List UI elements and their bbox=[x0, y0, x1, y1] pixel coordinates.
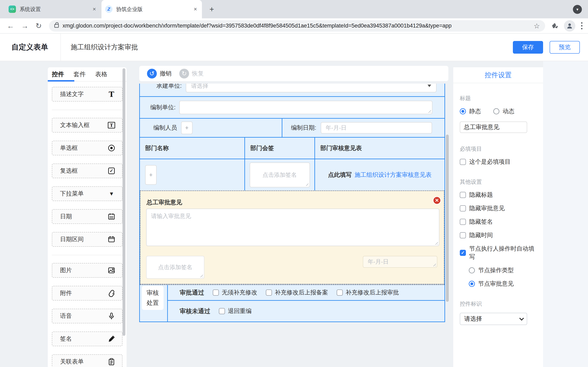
column-header[interactable]: 部门名称 bbox=[140, 138, 244, 159]
undo-button[interactable]: ↺ 撤销 bbox=[147, 69, 172, 78]
palette-item-linked-form[interactable]: 关联表单 bbox=[52, 354, 122, 367]
form-row-compile-unit[interactable]: 编制单位: bbox=[140, 96, 444, 118]
redo-button[interactable]: ↻ 恢复 bbox=[179, 69, 204, 78]
column-header[interactable]: 部门会签 bbox=[244, 138, 314, 159]
toggle-hide-title[interactable]: 隐藏标题 bbox=[460, 191, 537, 199]
approval-date-input[interactable]: 年-月-日 bbox=[363, 256, 437, 268]
component-title-input[interactable] bbox=[460, 122, 527, 133]
radio[interactable] bbox=[469, 267, 475, 273]
palette-item-description-text[interactable]: 描述文字 T bbox=[52, 87, 122, 101]
palette-item-date[interactable]: 日期 bbox=[52, 209, 122, 224]
compile-date-input[interactable]: 年-月-日 bbox=[321, 122, 432, 133]
department-name-cell[interactable]: + bbox=[140, 159, 244, 191]
dynamic-radio[interactable] bbox=[493, 108, 499, 114]
compile-staff-cell[interactable]: 编制人员 + bbox=[140, 119, 282, 137]
close-tab-icon[interactable]: × bbox=[91, 6, 98, 13]
field-id-select[interactable]: 请选择 bbox=[460, 313, 527, 325]
form-row-staff-date: 编制人员 + 编制日期: 年-月-日 bbox=[140, 118, 444, 137]
tab-search-icon[interactable]: ▾ bbox=[573, 5, 582, 14]
tab-tables[interactable]: 表格 bbox=[95, 70, 107, 78]
delete-component-icon[interactable]: ✕ bbox=[433, 196, 441, 205]
url-text[interactable]: xmgl.glodon.com/project-doc/workbench/xf… bbox=[62, 23, 534, 29]
palette-item-checkbox[interactable]: 复选框 ✓ bbox=[52, 164, 122, 178]
settings-header: 控件设置 bbox=[453, 67, 543, 83]
palette-item-radio[interactable]: 单选框 bbox=[52, 141, 122, 155]
checkbox[interactable] bbox=[460, 159, 466, 165]
checkbox[interactable] bbox=[460, 232, 466, 238]
address-bar[interactable]: xmgl.glodon.com/project-doc/workbench/xf… bbox=[49, 20, 545, 32]
form-title: 施工组织设计方案审批 bbox=[71, 43, 513, 52]
approval-comment-textarea[interactable]: 请输入审批意见 bbox=[146, 209, 439, 246]
browser-menu-icon[interactable] bbox=[581, 22, 582, 29]
pen-icon bbox=[107, 334, 116, 343]
compile-date-cell[interactable]: 编制日期: 年-月-日 bbox=[282, 119, 444, 137]
checkbox[interactable] bbox=[460, 219, 466, 225]
page-header: 自定义表单 施工组织设计方案审批 保存 预览 bbox=[0, 34, 588, 61]
add-staff-button[interactable]: + bbox=[181, 122, 192, 134]
close-tab-icon[interactable]: × bbox=[192, 6, 199, 13]
image-icon bbox=[107, 266, 116, 275]
option-return-rewrite[interactable]: 退回重编 bbox=[219, 307, 251, 315]
static-radio[interactable] bbox=[460, 108, 466, 114]
forward-icon[interactable]: → bbox=[21, 22, 29, 30]
node-approval-comment-option[interactable]: 节点审批意见 bbox=[469, 280, 537, 288]
reload-icon[interactable]: ↻ bbox=[35, 22, 42, 30]
save-button[interactable]: 保存 bbox=[513, 41, 543, 54]
palette-item-dropdown[interactable]: 下拉菜单 ▼ bbox=[52, 186, 122, 201]
palette-item-image[interactable]: 图片 bbox=[52, 263, 122, 278]
add-department-button[interactable]: + bbox=[145, 165, 156, 185]
option-supplement-approval[interactable]: 补充修改后上报审批 bbox=[337, 289, 399, 297]
checkbox[interactable] bbox=[460, 192, 466, 198]
toggle-hide-comment[interactable]: 隐藏审批意见 bbox=[460, 204, 537, 212]
palette-scrollbar[interactable] bbox=[122, 68, 125, 336]
palette-item-text-input[interactable]: 文本输入框 T bbox=[52, 118, 122, 133]
approval-signature-box[interactable]: 点击添加签名 bbox=[146, 256, 204, 279]
checkbox[interactable] bbox=[213, 290, 219, 296]
radio-selected[interactable] bbox=[469, 281, 475, 287]
tab-system-settings[interactable]: <> 系统设置 × bbox=[5, 0, 101, 18]
title-section-label: 标题 bbox=[460, 95, 537, 102]
toggle-hide-signature[interactable]: 隐藏签名 bbox=[460, 218, 537, 226]
clipboard-icon bbox=[107, 357, 116, 366]
tab-kits[interactable]: 套件 bbox=[73, 70, 86, 78]
canvas-scrollbar[interactable] bbox=[446, 134, 449, 302]
palette-item-date-range[interactable]: 日期区间 bbox=[52, 232, 122, 247]
new-tab-button[interactable]: + bbox=[207, 4, 216, 14]
form-row-contractor[interactable]: 承建单位: 请选择 bbox=[140, 83, 444, 96]
checkbox[interactable] bbox=[266, 290, 272, 296]
column-header[interactable]: 部门审核意见表 bbox=[314, 138, 444, 159]
bookmark-star-icon[interactable]: ☆ bbox=[534, 22, 540, 30]
checkbox[interactable] bbox=[337, 290, 343, 296]
radio-icon bbox=[107, 143, 116, 152]
workbench-content: 控件 套件 表格 描述文字 T 文本输入框 T 单选框 复选框 ✓ bbox=[0, 61, 588, 367]
palette-item-attachment[interactable]: 附件 bbox=[52, 286, 122, 300]
signature-box[interactable]: 点击添加签名 bbox=[250, 162, 310, 187]
tab-xiezhu-enterprise[interactable]: Z 协筑企业版 × bbox=[102, 0, 202, 18]
required-toggle[interactable]: 这个是必填项目 bbox=[460, 158, 537, 166]
palette-item-signature[interactable]: 签名 bbox=[52, 332, 122, 346]
selected-component-chief-approval[interactable]: ✕ 总工审批意见 请输入审批意见 点击添加签名 年-月-日 bbox=[140, 191, 444, 284]
checkbox[interactable] bbox=[219, 308, 225, 314]
lock-icon bbox=[54, 24, 59, 28]
back-icon[interactable]: ← bbox=[7, 22, 14, 30]
option-supplement-record[interactable]: 补充修改后上报备案 bbox=[266, 289, 328, 297]
review-sheet-link[interactable]: 施工组织设计方案审核意见表 bbox=[355, 171, 432, 179]
field-label: 编制单位: bbox=[140, 103, 176, 111]
node-action-type-option[interactable]: 节点操作类型 bbox=[469, 266, 537, 275]
toggle-hide-time[interactable]: 隐藏时间 bbox=[460, 231, 537, 239]
table-header-row: 部门名称 部门会签 部门审核意见表 bbox=[140, 137, 444, 159]
tab-controls[interactable]: 控件 bbox=[52, 70, 64, 78]
preview-button[interactable]: 预览 bbox=[550, 41, 580, 54]
extensions-icon[interactable] bbox=[551, 22, 559, 30]
profile-avatar[interactable] bbox=[564, 20, 575, 32]
checkbox[interactable] bbox=[460, 205, 466, 211]
text-icon: T bbox=[107, 90, 116, 99]
palette-item-voice[interactable]: 语音 bbox=[52, 309, 122, 323]
checkbox-checked[interactable]: ✓ bbox=[460, 250, 466, 256]
contractor-select[interactable]: 请选择 bbox=[186, 83, 437, 92]
compile-unit-textarea[interactable] bbox=[179, 101, 432, 114]
toggle-autofill[interactable]: ✓ 节点执行人操作时自动填写 bbox=[460, 245, 537, 261]
option-no-supplement[interactable]: 无须补充修改 bbox=[213, 289, 257, 297]
tab-title: 协筑企业版 bbox=[116, 6, 192, 13]
glodon-favicon-icon: <> bbox=[9, 6, 16, 13]
